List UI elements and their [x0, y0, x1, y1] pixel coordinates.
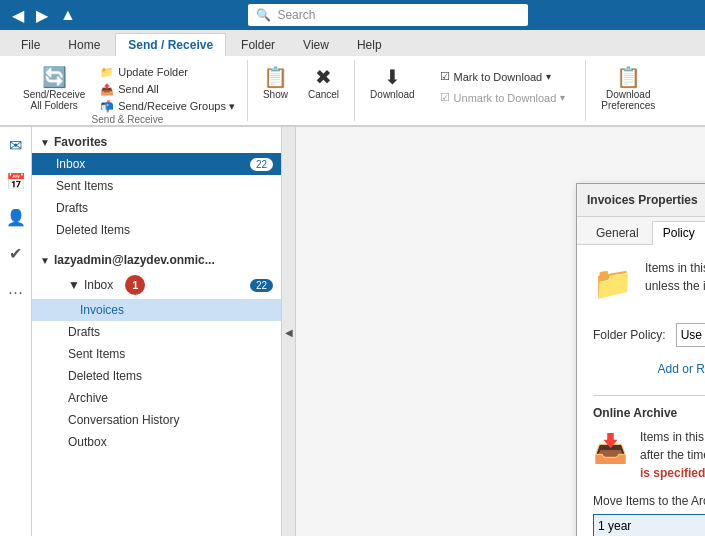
- nav-icon-calendar[interactable]: 📅: [2, 167, 30, 195]
- send-receive-label: Send/ReceiveAll Folders: [23, 89, 85, 111]
- ribbon-group-send-receive: 🔄 Send/ReceiveAll Folders 📁 Update Folde…: [8, 60, 248, 121]
- unmark-dropdown-icon[interactable]: ▾: [560, 92, 565, 103]
- favorites-header[interactable]: ▼ Favorites: [32, 131, 281, 153]
- sidebar: ▼ Favorites Inbox 22 Sent Items Drafts D…: [32, 127, 282, 536]
- search-icon: 🔍: [256, 8, 271, 22]
- dialog-tab-policy[interactable]: Policy: [652, 221, 705, 245]
- favorites-section: ▼ Favorites Inbox 22 Sent Items Drafts D…: [32, 127, 281, 245]
- mark-to-download-button[interactable]: ☑ Mark to Download ▾: [436, 68, 570, 85]
- nav-icons: ✉ 📅 👤 ✔ …: [0, 127, 32, 536]
- unmark-checkbox: ☑: [440, 91, 450, 104]
- dialog-tabs: General Policy Permissions Synchronizati…: [577, 217, 705, 245]
- online-archive-info: 📥 Items in this folder will be moved to …: [593, 428, 705, 482]
- sidebar-collapse-button[interactable]: ◀: [282, 127, 296, 536]
- up-icon[interactable]: ▲: [56, 4, 80, 26]
- add-retention-row: Add or Remove Retention Policies 3: [593, 359, 705, 379]
- main-layout: ✉ 📅 👤 ✔ … ▼ Favorites Inbox 22 Sent Item…: [0, 127, 705, 536]
- tab-folder[interactable]: Folder: [228, 33, 288, 56]
- account-chevron: ▼: [40, 255, 50, 266]
- search-placeholder: Search: [277, 8, 315, 22]
- mark-download-area: ☑ Mark to Download ▾ ☑ Unmark to Downloa…: [428, 64, 578, 110]
- sidebar-item-drafts[interactable]: Drafts: [32, 197, 281, 219]
- add-retention-link[interactable]: Add or Remove Retention Policies: [658, 362, 705, 376]
- show-button[interactable]: 📋 Show: [256, 64, 295, 103]
- tab-help[interactable]: Help: [344, 33, 395, 56]
- ribbon: File Home Send / Receive Folder View Hel…: [0, 30, 705, 127]
- archive-icon: 📥: [593, 428, 628, 470]
- online-archive-section: Online Archive 📥 Items in this folder wi…: [593, 395, 705, 536]
- account-label: lazyadmin@lazydev.onmic...: [54, 253, 215, 267]
- show-icon: 📋: [263, 67, 288, 87]
- update-folder-button[interactable]: 📁 Update Folder: [96, 65, 239, 80]
- sidebar-item-outbox[interactable]: Outbox: [32, 431, 281, 453]
- send-all-button[interactable]: 📤 Send All: [96, 82, 239, 97]
- send-receive-sub-buttons: 📁 Update Folder 📤 Send All 📬 Send/Receiv…: [96, 65, 239, 114]
- content-area: Invoices Properties 2 ✕ General Policy P…: [296, 127, 705, 536]
- unmark-to-download-button[interactable]: ☑ Unmark to Download ▾: [436, 89, 570, 106]
- favorites-label: Favorites: [54, 135, 107, 149]
- dialog-tab-general[interactable]: General: [585, 221, 650, 244]
- ribbon-content: 🔄 Send/ReceiveAll Folders 📁 Update Folde…: [0, 56, 705, 126]
- cancel-button[interactable]: ✖ Cancel: [301, 64, 346, 103]
- tab-file[interactable]: File: [8, 33, 53, 56]
- send-receive-all-button[interactable]: 🔄 Send/ReceiveAll Folders: [16, 64, 92, 114]
- dialog-title: Invoices Properties: [587, 193, 698, 207]
- ribbon-group-download: ⬇ Download ☑ Mark to Download ▾ ☑ Unmark…: [355, 60, 586, 121]
- groups-icon: 📬: [100, 100, 114, 113]
- ribbon-tab-bar: File Home Send / Receive Folder View Hel…: [0, 30, 705, 56]
- sidebar-item-deleted[interactable]: Deleted Items: [32, 219, 281, 241]
- tab-view[interactable]: View: [290, 33, 342, 56]
- dialog-titlebar: Invoices Properties 2 ✕: [577, 184, 705, 217]
- invoices-properties-dialog: Invoices Properties 2 ✕ General Policy P…: [576, 183, 705, 536]
- sidebar-item-conversation-history[interactable]: Conversation History: [32, 409, 281, 431]
- download-icon: ⬇: [384, 67, 401, 87]
- send-receive-group-label: Send & Receive: [92, 114, 164, 127]
- account-inbox-badge: 22: [250, 279, 273, 292]
- mark-dropdown-icon[interactable]: ▾: [546, 71, 551, 82]
- nav-icon-more[interactable]: …: [2, 275, 30, 303]
- account-section: ▼ lazyadmin@lazydev.onmic... ▼ Inbox 1 2…: [32, 245, 281, 457]
- send-all-icon: 📤: [100, 83, 114, 96]
- preferences-button[interactable]: 📋 DownloadPreferences: [594, 64, 662, 114]
- ribbon-group-preferences: 📋 DownloadPreferences: [586, 60, 670, 121]
- sidebar-item-account-inbox[interactable]: ▼ Inbox 1 22: [32, 271, 281, 299]
- folder-icon: 📁: [593, 259, 633, 307]
- send-receive-icon: 🔄: [42, 67, 67, 87]
- move-items-select[interactable]: 1 year ▾: [593, 514, 705, 536]
- mark-checkbox: ☑: [440, 70, 450, 83]
- folder-policy-label: Folder Policy:: [593, 328, 666, 342]
- online-archive-title: Online Archive: [593, 406, 705, 420]
- sidebar-item-account-sent[interactable]: Sent Items: [32, 343, 281, 365]
- send-receive-buttons: 🔄 Send/ReceiveAll Folders 📁 Update Folde…: [16, 64, 239, 114]
- nav-icon-mail[interactable]: ✉: [2, 131, 30, 159]
- nav-icon-tasks[interactable]: ✔: [2, 239, 30, 267]
- sidebar-item-archive[interactable]: Archive: [32, 387, 281, 409]
- window-controls[interactable]: ◀ ▶ ▲: [8, 4, 80, 27]
- tab-send-receive[interactable]: Send / Receive: [115, 33, 226, 56]
- sidebar-item-invoices[interactable]: Invoices: [32, 299, 281, 321]
- sidebar-item-account-drafts[interactable]: Drafts: [32, 321, 281, 343]
- sidebar-item-sent[interactable]: Sent Items: [32, 175, 281, 197]
- folder-policy-select[interactable]: Use Parent Folder Policy ▾: [676, 323, 705, 347]
- cancel-icon: ✖: [315, 67, 332, 87]
- nav-icon-people[interactable]: 👤: [2, 203, 30, 231]
- forward-icon[interactable]: ▶: [32, 4, 52, 27]
- move-items-label: Move Items to the Archive when older tha…: [593, 494, 705, 508]
- policy-info-text: Items in this folder use the policy that…: [645, 259, 705, 295]
- tab-home[interactable]: Home: [55, 33, 113, 56]
- inbox-badge-1: 1: [125, 275, 145, 295]
- update-folder-icon: 📁: [100, 66, 114, 79]
- inbox-badge: 22: [250, 158, 273, 171]
- preferences-icon: 📋: [616, 67, 641, 87]
- search-container[interactable]: 🔍 Search: [248, 4, 528, 26]
- sidebar-item-account-deleted[interactable]: Deleted Items: [32, 365, 281, 387]
- dialog-body: 📁 Items in this folder use the policy th…: [577, 245, 705, 536]
- send-receive-groups-button[interactable]: 📬 Send/Receive Groups ▾: [96, 99, 239, 114]
- download-button[interactable]: ⬇ Download: [363, 64, 421, 103]
- account-header[interactable]: ▼ lazyadmin@lazydev.onmic...: [32, 249, 281, 271]
- chevron-inbox: ▼: [68, 278, 80, 292]
- back-icon[interactable]: ◀: [8, 4, 28, 27]
- ribbon-group-show-cancel: 📋 Show ✖ Cancel: [248, 60, 355, 121]
- favorites-chevron: ▼: [40, 137, 50, 148]
- sidebar-item-inbox-favorites[interactable]: Inbox 22: [32, 153, 281, 175]
